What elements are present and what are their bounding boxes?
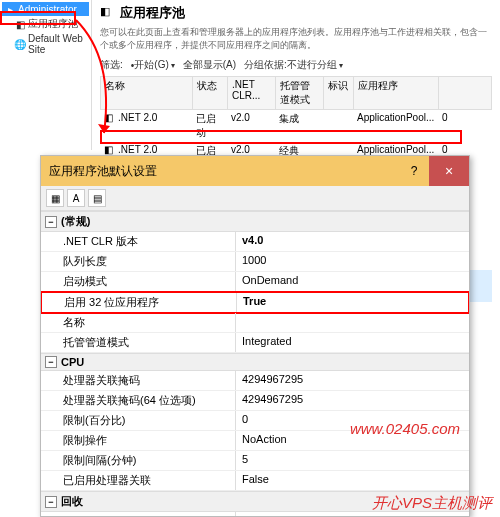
watermark-brand: 开心VPS主机测评 bbox=[372, 494, 492, 513]
collapse-icon[interactable]: − bbox=[45, 496, 57, 508]
site-icon: 🌐 bbox=[14, 38, 26, 50]
dialog-toolbar: ▦ A ▤ bbox=[41, 186, 469, 211]
filter-label: 筛选: bbox=[100, 58, 123, 72]
tree-sites[interactable]: 🌐 Default Web Site bbox=[12, 32, 89, 56]
prop-name[interactable]: 名称 bbox=[41, 313, 469, 333]
col-id[interactable]: 标识 bbox=[324, 77, 354, 109]
defaults-dialog: 应用程序池默认设置 ? × ▦ A ▤ − (常规) .NET CLR 版本v4… bbox=[40, 155, 470, 517]
tree-admin[interactable]: ▸ Administrator bbox=[2, 2, 89, 16]
toolbar-alphabetical[interactable]: A bbox=[67, 189, 85, 207]
table-header[interactable]: 名称 状态 .NET CLR... 托管管道模式 标识 应用程序 bbox=[100, 76, 492, 110]
filter-start[interactable]: • 开始(G)▾ bbox=[131, 58, 175, 72]
page-description: 您可以在此页面上查看和管理服务器上的应用程序池列表。应用程序池与工作进程相关联，… bbox=[100, 26, 492, 52]
prop-enable-32bit[interactable]: 启用 32 位应用程序True bbox=[41, 291, 469, 314]
tree-admin-label: Administrator bbox=[18, 4, 77, 15]
main-content: ◧ 应用程序池 您可以在此页面上查看和管理服务器上的应用程序池列表。应用程序池与… bbox=[92, 0, 500, 150]
connections-tree: ▸ Administrator ◧ 应用程序池 🌐 Default Web Si… bbox=[0, 0, 92, 150]
page-title: 应用程序池 bbox=[120, 4, 185, 22]
toolbar-prop[interactable]: ▤ bbox=[88, 189, 106, 207]
prop-affinity-mask[interactable]: 处理器关联掩码4294967295 bbox=[41, 371, 469, 391]
collapse-icon[interactable]: − bbox=[45, 356, 57, 368]
pool-icon: ◧ bbox=[14, 18, 26, 30]
prop-start-mode[interactable]: 启动模式OnDemand bbox=[41, 272, 469, 292]
table-row[interactable]: ◧.NET 2.0已启动v2.0集成ApplicationPool...0 bbox=[100, 110, 492, 142]
tree-site-label: Default Web Site bbox=[28, 33, 87, 55]
prop-limit-interval[interactable]: 限制间隔(分钟)5 bbox=[41, 451, 469, 471]
col-clr[interactable]: .NET CLR... bbox=[228, 77, 276, 109]
dialog-titlebar[interactable]: 应用程序池默认设置 ? × bbox=[41, 156, 469, 186]
watermark-url: www.02405.com bbox=[350, 420, 460, 437]
prop-queue-length[interactable]: 队列长度1000 bbox=[41, 252, 469, 272]
col-pipe[interactable]: 托管管道模式 bbox=[276, 77, 324, 109]
apppool-icon: ◧ bbox=[100, 5, 116, 21]
group-general[interactable]: − (常规) bbox=[41, 211, 469, 232]
tree-apppool-label: 应用程序池 bbox=[28, 17, 78, 31]
close-button[interactable]: × bbox=[429, 156, 469, 186]
prop-affinity-enabled[interactable]: 已启用处理器关联False bbox=[41, 471, 469, 491]
filter-group[interactable]: 分组依据: 不进行分组▾ bbox=[244, 58, 343, 72]
prop-pipeline-mode[interactable]: 托管管道模式Integrated bbox=[41, 333, 469, 353]
property-grid[interactable]: − (常规) .NET CLR 版本v4.0 队列长度1000 启动模式OnDe… bbox=[41, 211, 469, 516]
toolbar-categorized[interactable]: ▦ bbox=[46, 189, 64, 207]
dialog-title-text: 应用程序池默认设置 bbox=[49, 163, 399, 180]
prop-clr-version[interactable]: .NET CLR 版本v4.0 bbox=[41, 232, 469, 252]
collapse-icon[interactable]: − bbox=[45, 216, 57, 228]
col-name[interactable]: 名称 bbox=[101, 77, 193, 109]
group-cpu[interactable]: − CPU bbox=[41, 353, 469, 371]
prop-affinity-mask64[interactable]: 处理器关联掩码(64 位选项)4294967295 bbox=[41, 391, 469, 411]
col-status[interactable]: 状态 bbox=[193, 77, 228, 109]
server-icon: ▸ bbox=[4, 3, 16, 15]
col-app[interactable]: 应用程序 bbox=[354, 77, 439, 109]
help-button[interactable]: ? bbox=[399, 160, 429, 182]
filter-bar: 筛选: • 开始(G)▾ 全部显示(A) 分组依据: 不进行分组▾ bbox=[100, 58, 492, 72]
tree-apppool[interactable]: ◧ 应用程序池 bbox=[12, 16, 89, 32]
filter-show[interactable]: 全部显示(A) bbox=[183, 58, 236, 72]
